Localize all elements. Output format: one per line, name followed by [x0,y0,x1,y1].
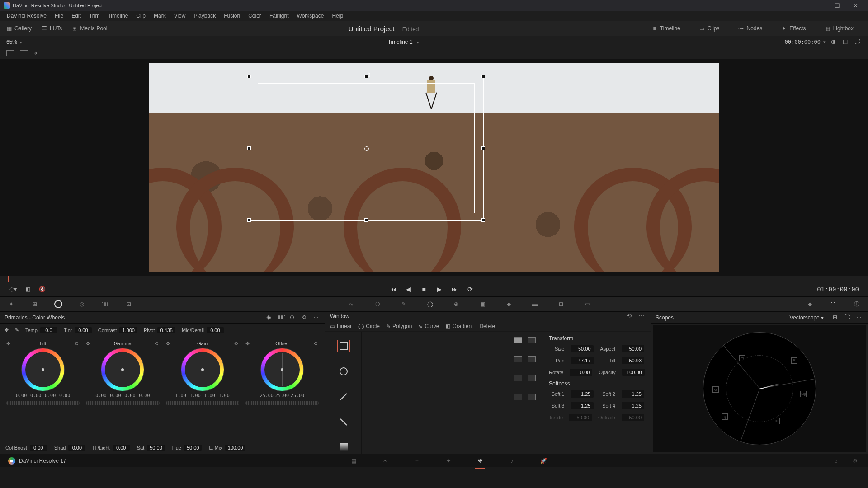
mask-invert-3[interactable] [528,375,536,381]
temp-value[interactable]: 0.0 [40,327,57,333]
wheel-values[interactable]: 0.000.000.000.00 [15,393,71,398]
color-wheels-icon[interactable] [53,299,63,309]
mute-icon[interactable]: 🔇 [38,285,46,293]
linear-shape-button[interactable]: ▭Linear [330,323,352,329]
size-value[interactable]: 50.00 [571,345,594,352]
loop-button[interactable]: ⟳ [465,284,476,295]
color-wheel-gain[interactable] [181,348,224,391]
sizing-icon[interactable]: ⊡ [556,299,566,309]
shape-gradient-item[interactable] [337,441,350,454]
window-icon[interactable]: ◯ [425,299,435,309]
wheel-reset-icon[interactable]: ⟲ [234,341,239,346]
timeline-toggle[interactable]: ≡Timeline [651,25,680,32]
scope-type-dropdown[interactable]: Vectorscope ▾ [790,314,824,321]
curves-icon[interactable]: ∿ [346,299,356,309]
playhead[interactable] [8,276,9,282]
wheel-reset-icon[interactable]: ⟲ [313,341,319,346]
mask-enable-1[interactable] [514,337,522,343]
deliver-page-button[interactable]: 🚀 [538,456,548,466]
window-reset-icon[interactable]: ⟲ [627,313,634,320]
powerwindow-center-handle[interactable] [364,146,369,151]
motion-effects-icon[interactable]: ⊡ [124,299,134,309]
prev-clip-button[interactable]: ⏮ [388,284,399,295]
key-icon[interactable]: ▬ [530,299,540,309]
mask-enable-4[interactable] [514,394,522,400]
gradient-shape-button[interactable]: ◧Gradient [445,323,473,329]
media-page-button[interactable]: ▤ [349,456,359,466]
gallery-toggle[interactable]: ▦Gallery [5,25,32,32]
hdr-icon[interactable]: ◎ [77,299,87,309]
shape-curve-item[interactable] [337,416,350,428]
info-icon[interactable]: ⓘ [852,299,862,309]
tilt-value[interactable]: 50.93 [622,357,644,364]
wheel-jog[interactable] [245,401,319,405]
wheel-picker-icon[interactable]: ✥ [166,341,171,346]
wheel-values[interactable]: 0.000.000.000.00 [94,393,151,398]
middetail-value[interactable]: 0.00 [207,327,224,333]
wheel-picker-icon[interactable]: ✥ [245,341,251,346]
clips-toggle[interactable]: ▭Clips [698,25,720,32]
menu-fusion[interactable]: Fusion [220,13,244,19]
blur-icon[interactable]: ◆ [504,299,514,309]
sat-value[interactable]: 50.00 [147,445,165,451]
mask-enable-3[interactable] [514,375,522,381]
shape-linear-item[interactable] [337,340,350,352]
qualifier-icon[interactable]: ✎ [399,299,409,309]
soft3-value[interactable]: 1.25 [571,402,594,409]
menu-mark[interactable]: Mark [150,13,170,19]
menu-help[interactable]: Help [328,13,347,19]
reverse-button[interactable]: ◀ [403,284,414,295]
options-icon[interactable]: ⋯ [313,314,321,321]
bars-mode-icon[interactable]: ⫿⫿⫿ [278,314,285,321]
pan-value[interactable]: 47.17 [571,357,594,364]
mediapool-toggle[interactable]: ⊞Media Pool [71,25,107,32]
picker-icon[interactable]: ✥ [5,327,9,333]
tracker-icon[interactable]: ⊕ [451,299,461,309]
scope-options-icon[interactable]: ⋯ [856,314,863,321]
polygon-shape-button[interactable]: ✎Polygon [386,323,412,329]
keyframe-icon[interactable]: ◆ [805,299,815,309]
hilight-value[interactable]: 0.00 [113,445,130,451]
viewer-timecode[interactable]: 00:00:00:00 [785,39,821,45]
timeline-name-dropdown[interactable]: Timeline 1 ▾ [22,39,784,45]
dual-viewer-icon[interactable] [20,50,28,56]
window-minimize-button[interactable]: — [810,2,828,9]
delete-shape-button[interactable]: Delete [479,323,495,329]
nodes-toggle[interactable]: ⊶Nodes [737,25,762,32]
shad-value[interactable]: 0.00 [68,445,85,451]
wheel-reset-icon[interactable]: ⟲ [74,341,80,346]
3d-icon[interactable]: ▭ [582,299,592,309]
settings-button[interactable]: ⚙ [850,456,860,466]
colboost-value[interactable]: 0.00 [30,445,47,451]
wheels-mode-icon[interactable]: ◉ [266,314,274,321]
reset-icon[interactable]: ⟲ [302,314,309,321]
menu-view[interactable]: View [170,13,190,19]
aspect-value[interactable]: 50.00 [622,345,644,352]
mask-invert-2[interactable] [528,356,536,362]
viewer-wand-icon[interactable]: ✧ [33,50,38,56]
wheel-picker-icon[interactable]: ✥ [6,341,12,346]
pivot-value[interactable]: 0.435 [157,327,175,333]
warper-icon[interactable]: ⬡ [373,299,382,309]
wheel-jog[interactable] [6,401,80,405]
color-wheel-offset[interactable] [260,348,304,391]
tint-value[interactable]: 0.00 [75,327,92,333]
mask-invert-4[interactable] [528,394,536,400]
scopes-toggle-icon[interactable]: ⫿⫿ [828,299,838,309]
wheel-picker-icon[interactable]: ✥ [86,341,91,346]
color-page-button[interactable]: ❋ [475,456,485,466]
wheel-values[interactable]: 25.0025.0025.00 [260,393,304,398]
home-button[interactable]: ⌂ [831,456,841,466]
scope-expand-icon[interactable]: ⛶ [844,314,852,321]
opacity-value[interactable]: 100.00 [622,369,645,376]
menu-edit[interactable]: Edit [67,13,85,19]
stop-button[interactable]: ■ [419,284,429,295]
rgb-mixer-icon[interactable]: ⫿⫿⫿ [100,299,110,309]
hue-value[interactable]: 50.00 [184,445,202,451]
timeline-ruler[interactable] [0,276,868,282]
window-close-button[interactable]: ✕ [846,2,864,9]
shape-polygon-item[interactable] [337,390,350,403]
powerwindow-rotate-handle[interactable]: ⇕ [366,71,371,79]
menu-playback[interactable]: Playback [189,13,220,19]
edit-page-button[interactable]: ≡ [412,456,422,466]
